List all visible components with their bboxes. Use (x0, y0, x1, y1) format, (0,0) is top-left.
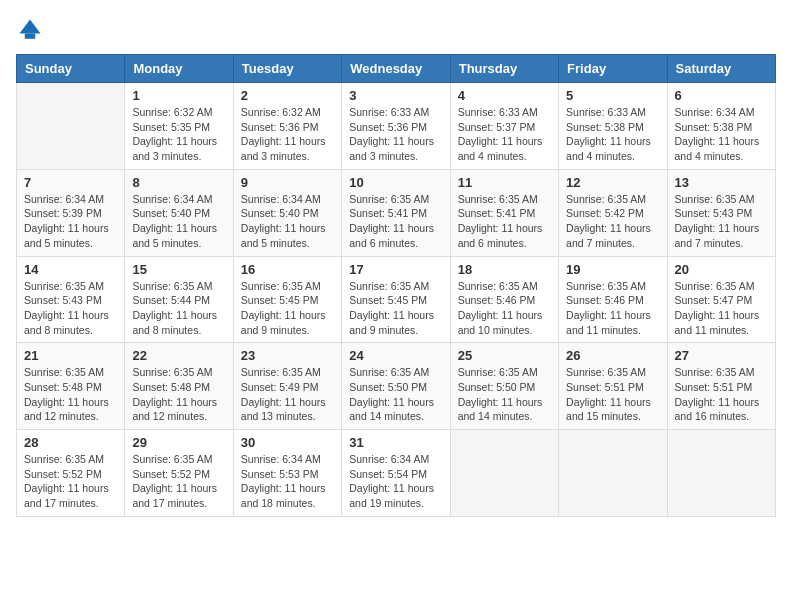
day-number: 22 (132, 348, 225, 363)
day-number: 12 (566, 175, 659, 190)
calendar-cell: 19Sunrise: 6:35 AM Sunset: 5:46 PM Dayli… (559, 256, 667, 343)
day-number: 23 (241, 348, 334, 363)
day-number: 15 (132, 262, 225, 277)
day-number: 29 (132, 435, 225, 450)
day-number: 19 (566, 262, 659, 277)
calendar-cell: 18Sunrise: 6:35 AM Sunset: 5:46 PM Dayli… (450, 256, 558, 343)
calendar-week-row: 14Sunrise: 6:35 AM Sunset: 5:43 PM Dayli… (17, 256, 776, 343)
day-info: Sunrise: 6:34 AM Sunset: 5:40 PM Dayligh… (132, 192, 225, 251)
day-info: Sunrise: 6:34 AM Sunset: 5:53 PM Dayligh… (241, 452, 334, 511)
calendar-body: 1Sunrise: 6:32 AM Sunset: 5:35 PM Daylig… (17, 83, 776, 517)
day-info: Sunrise: 6:35 AM Sunset: 5:51 PM Dayligh… (675, 365, 768, 424)
calendar-cell: 24Sunrise: 6:35 AM Sunset: 5:50 PM Dayli… (342, 343, 450, 430)
day-info: Sunrise: 6:34 AM Sunset: 5:40 PM Dayligh… (241, 192, 334, 251)
day-info: Sunrise: 6:35 AM Sunset: 5:52 PM Dayligh… (132, 452, 225, 511)
day-number: 6 (675, 88, 768, 103)
day-number: 9 (241, 175, 334, 190)
day-info: Sunrise: 6:35 AM Sunset: 5:45 PM Dayligh… (241, 279, 334, 338)
calendar-cell (667, 430, 775, 517)
day-number: 10 (349, 175, 442, 190)
day-info: Sunrise: 6:34 AM Sunset: 5:39 PM Dayligh… (24, 192, 117, 251)
calendar-cell: 21Sunrise: 6:35 AM Sunset: 5:48 PM Dayli… (17, 343, 125, 430)
day-header-saturday: Saturday (667, 55, 775, 83)
day-number: 5 (566, 88, 659, 103)
calendar-cell: 4Sunrise: 6:33 AM Sunset: 5:37 PM Daylig… (450, 83, 558, 170)
day-header-thursday: Thursday (450, 55, 558, 83)
calendar-cell: 11Sunrise: 6:35 AM Sunset: 5:41 PM Dayli… (450, 169, 558, 256)
day-number: 28 (24, 435, 117, 450)
day-info: Sunrise: 6:33 AM Sunset: 5:37 PM Dayligh… (458, 105, 551, 164)
day-number: 31 (349, 435, 442, 450)
calendar-cell: 16Sunrise: 6:35 AM Sunset: 5:45 PM Dayli… (233, 256, 341, 343)
day-info: Sunrise: 6:35 AM Sunset: 5:49 PM Dayligh… (241, 365, 334, 424)
day-info: Sunrise: 6:35 AM Sunset: 5:51 PM Dayligh… (566, 365, 659, 424)
svg-marker-0 (20, 20, 41, 34)
day-info: Sunrise: 6:33 AM Sunset: 5:38 PM Dayligh… (566, 105, 659, 164)
day-info: Sunrise: 6:35 AM Sunset: 5:46 PM Dayligh… (458, 279, 551, 338)
calendar-cell (559, 430, 667, 517)
day-number: 21 (24, 348, 117, 363)
day-info: Sunrise: 6:32 AM Sunset: 5:36 PM Dayligh… (241, 105, 334, 164)
day-info: Sunrise: 6:35 AM Sunset: 5:42 PM Dayligh… (566, 192, 659, 251)
calendar-cell (17, 83, 125, 170)
day-info: Sunrise: 6:35 AM Sunset: 5:41 PM Dayligh… (458, 192, 551, 251)
day-info: Sunrise: 6:35 AM Sunset: 5:50 PM Dayligh… (458, 365, 551, 424)
calendar-cell: 12Sunrise: 6:35 AM Sunset: 5:42 PM Dayli… (559, 169, 667, 256)
day-number: 16 (241, 262, 334, 277)
day-header-sunday: Sunday (17, 55, 125, 83)
calendar-cell: 30Sunrise: 6:34 AM Sunset: 5:53 PM Dayli… (233, 430, 341, 517)
calendar-cell: 13Sunrise: 6:35 AM Sunset: 5:43 PM Dayli… (667, 169, 775, 256)
calendar-cell: 20Sunrise: 6:35 AM Sunset: 5:47 PM Dayli… (667, 256, 775, 343)
day-number: 4 (458, 88, 551, 103)
day-info: Sunrise: 6:35 AM Sunset: 5:47 PM Dayligh… (675, 279, 768, 338)
day-number: 14 (24, 262, 117, 277)
calendar-cell: 3Sunrise: 6:33 AM Sunset: 5:36 PM Daylig… (342, 83, 450, 170)
calendar-cell (450, 430, 558, 517)
day-number: 1 (132, 88, 225, 103)
day-info: Sunrise: 6:35 AM Sunset: 5:48 PM Dayligh… (24, 365, 117, 424)
calendar-cell: 14Sunrise: 6:35 AM Sunset: 5:43 PM Dayli… (17, 256, 125, 343)
calendar-week-row: 21Sunrise: 6:35 AM Sunset: 5:48 PM Dayli… (17, 343, 776, 430)
day-number: 11 (458, 175, 551, 190)
day-number: 7 (24, 175, 117, 190)
calendar-cell: 2Sunrise: 6:32 AM Sunset: 5:36 PM Daylig… (233, 83, 341, 170)
calendar-cell: 17Sunrise: 6:35 AM Sunset: 5:45 PM Dayli… (342, 256, 450, 343)
calendar-table: SundayMondayTuesdayWednesdayThursdayFrid… (16, 54, 776, 517)
day-info: Sunrise: 6:35 AM Sunset: 5:43 PM Dayligh… (675, 192, 768, 251)
day-info: Sunrise: 6:35 AM Sunset: 5:41 PM Dayligh… (349, 192, 442, 251)
day-number: 18 (458, 262, 551, 277)
day-info: Sunrise: 6:35 AM Sunset: 5:52 PM Dayligh… (24, 452, 117, 511)
day-number: 26 (566, 348, 659, 363)
day-info: Sunrise: 6:34 AM Sunset: 5:38 PM Dayligh… (675, 105, 768, 164)
day-number: 27 (675, 348, 768, 363)
calendar-cell: 22Sunrise: 6:35 AM Sunset: 5:48 PM Dayli… (125, 343, 233, 430)
day-info: Sunrise: 6:35 AM Sunset: 5:45 PM Dayligh… (349, 279, 442, 338)
logo-icon (16, 16, 44, 44)
day-number: 25 (458, 348, 551, 363)
day-info: Sunrise: 6:35 AM Sunset: 5:44 PM Dayligh… (132, 279, 225, 338)
calendar-cell: 10Sunrise: 6:35 AM Sunset: 5:41 PM Dayli… (342, 169, 450, 256)
header (16, 16, 776, 44)
day-number: 17 (349, 262, 442, 277)
calendar-cell: 23Sunrise: 6:35 AM Sunset: 5:49 PM Dayli… (233, 343, 341, 430)
day-header-monday: Monday (125, 55, 233, 83)
calendar-cell: 15Sunrise: 6:35 AM Sunset: 5:44 PM Dayli… (125, 256, 233, 343)
calendar-cell: 7Sunrise: 6:34 AM Sunset: 5:39 PM Daylig… (17, 169, 125, 256)
calendar-cell: 9Sunrise: 6:34 AM Sunset: 5:40 PM Daylig… (233, 169, 341, 256)
calendar-week-row: 28Sunrise: 6:35 AM Sunset: 5:52 PM Dayli… (17, 430, 776, 517)
calendar-cell: 31Sunrise: 6:34 AM Sunset: 5:54 PM Dayli… (342, 430, 450, 517)
calendar-cell: 28Sunrise: 6:35 AM Sunset: 5:52 PM Dayli… (17, 430, 125, 517)
day-info: Sunrise: 6:35 AM Sunset: 5:46 PM Dayligh… (566, 279, 659, 338)
day-info: Sunrise: 6:32 AM Sunset: 5:35 PM Dayligh… (132, 105, 225, 164)
day-number: 24 (349, 348, 442, 363)
calendar-cell: 5Sunrise: 6:33 AM Sunset: 5:38 PM Daylig… (559, 83, 667, 170)
calendar-cell: 8Sunrise: 6:34 AM Sunset: 5:40 PM Daylig… (125, 169, 233, 256)
day-header-wednesday: Wednesday (342, 55, 450, 83)
day-number: 3 (349, 88, 442, 103)
day-number: 20 (675, 262, 768, 277)
calendar-cell: 29Sunrise: 6:35 AM Sunset: 5:52 PM Dayli… (125, 430, 233, 517)
day-number: 8 (132, 175, 225, 190)
calendar-cell: 27Sunrise: 6:35 AM Sunset: 5:51 PM Dayli… (667, 343, 775, 430)
svg-rect-1 (25, 34, 36, 39)
calendar-cell: 6Sunrise: 6:34 AM Sunset: 5:38 PM Daylig… (667, 83, 775, 170)
